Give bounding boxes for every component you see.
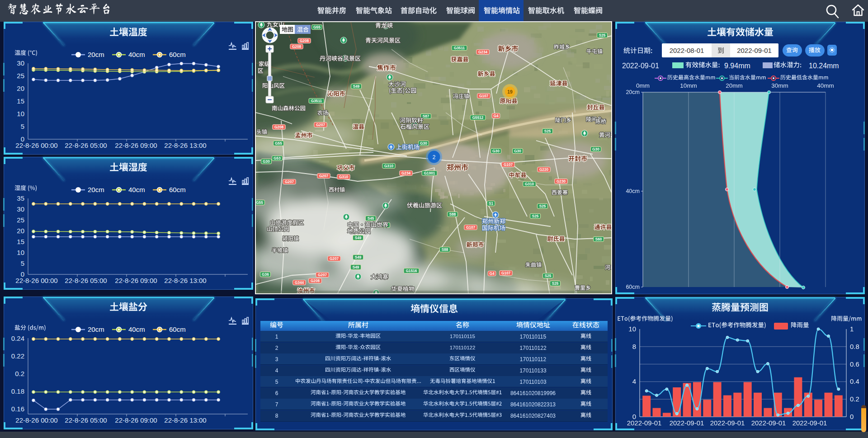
svg-text:22-8-26 00:00: 22-8-26 00:00 <box>15 141 57 149</box>
svg-text:G107: G107 <box>479 94 488 98</box>
svg-text:0.22: 0.22 <box>11 352 24 360</box>
svg-text:S25: S25 <box>539 204 546 208</box>
svg-text:G30: G30 <box>514 149 521 153</box>
svg-text:S88: S88 <box>449 212 456 217</box>
svg-text:G107: G107 <box>501 271 510 275</box>
svg-text:G230: G230 <box>557 179 566 184</box>
svg-text:G208: G208 <box>311 279 320 283</box>
svg-text:0: 0 <box>850 413 854 420</box>
svg-text:2022-09-01: 2022-09-01 <box>710 419 745 427</box>
svg-text:25: 25 <box>17 72 24 80</box>
svg-text:15: 15 <box>17 97 24 105</box>
svg-text:G53: G53 <box>274 156 281 160</box>
svg-text:S25: S25 <box>532 214 539 218</box>
svg-text:G208: G208 <box>300 39 309 43</box>
svg-text:0.24: 0.24 <box>11 334 24 342</box>
svg-text:8: 8 <box>632 343 636 350</box>
svg-text:S49: S49 <box>353 85 360 89</box>
svg-text:G4: G4 <box>490 272 495 276</box>
svg-text:G310: G310 <box>384 164 393 168</box>
svg-text:22-8-26 00:00: 22-8-26 00:00 <box>15 277 57 284</box>
svg-text:G234: G234 <box>478 50 487 54</box>
svg-text:G207: G207 <box>319 174 328 178</box>
svg-text:G207: G207 <box>318 273 327 277</box>
svg-text:S25: S25 <box>545 274 552 278</box>
svg-text:G30: G30 <box>492 149 500 153</box>
svg-text:10: 10 <box>628 325 636 333</box>
svg-text:S49: S49 <box>355 255 362 259</box>
svg-text:G107: G107 <box>504 163 513 167</box>
svg-text:22-8-26 09:00: 22-8-26 09:00 <box>115 416 157 424</box>
svg-text:2022-09-01: 2022-09-01 <box>670 419 704 427</box>
svg-text:0.16: 0.16 <box>11 405 24 413</box>
svg-text:40mm: 40mm <box>817 82 834 89</box>
svg-text:G207: G207 <box>285 180 294 184</box>
svg-text:20cm: 20cm <box>626 89 640 95</box>
svg-text:G234: G234 <box>401 171 410 175</box>
svg-text:4: 4 <box>632 377 636 385</box>
svg-text:G207: G207 <box>316 123 325 127</box>
svg-text:30mm: 30mm <box>771 82 788 89</box>
svg-text:G208: G208 <box>292 45 301 49</box>
svg-text:G4: G4 <box>494 114 499 118</box>
svg-text:0.4: 0.4 <box>850 377 859 385</box>
svg-text:G344: G344 <box>295 281 304 285</box>
svg-text:0.18: 0.18 <box>11 387 24 395</box>
svg-text:S45: S45 <box>368 217 374 221</box>
svg-text:G55: G55 <box>313 25 321 29</box>
svg-text:S25: S25 <box>544 129 551 133</box>
svg-text:22-8-26 05:00: 22-8-26 05:00 <box>65 277 107 284</box>
svg-text:S88: S88 <box>442 248 448 252</box>
svg-text:19: 19 <box>507 89 513 94</box>
svg-text:G1516: G1516 <box>406 269 417 273</box>
svg-text:10: 10 <box>17 110 24 118</box>
svg-text:G30: G30 <box>592 147 599 151</box>
svg-text:5: 5 <box>21 259 24 267</box>
svg-text:30: 30 <box>17 59 24 67</box>
svg-text:20: 20 <box>17 227 24 235</box>
svg-text:S87: S87 <box>423 114 429 118</box>
svg-text:S49: S49 <box>353 265 359 269</box>
svg-text:G36: G36 <box>262 273 269 277</box>
svg-text:S60: S60 <box>595 237 602 241</box>
svg-text:G30: G30 <box>420 141 427 146</box>
svg-text:G310: G310 <box>525 182 534 186</box>
svg-text:2022-09-01: 2022-09-01 <box>751 419 786 427</box>
svg-text:35: 35 <box>17 194 24 202</box>
svg-text:2: 2 <box>433 154 436 160</box>
svg-text:30: 30 <box>17 205 24 213</box>
svg-text:5: 5 <box>21 122 24 130</box>
svg-text:22-8-26 09:00: 22-8-26 09:00 <box>115 277 157 284</box>
svg-text:60cm: 60cm <box>626 284 640 290</box>
svg-text:20: 20 <box>17 85 24 92</box>
svg-text:40cm: 40cm <box>626 188 640 194</box>
svg-text:22-8-26 13:00: 22-8-26 13:00 <box>164 141 206 149</box>
svg-text:G30: G30 <box>263 160 270 164</box>
svg-text:G220: G220 <box>539 168 548 172</box>
svg-text:10mm: 10mm <box>680 82 697 89</box>
svg-text:0mm: 0mm <box>636 82 650 89</box>
svg-text:G208: G208 <box>274 125 283 129</box>
svg-text:0.2: 0.2 <box>850 395 859 403</box>
svg-text:22-8-26 13:00: 22-8-26 13:00 <box>164 277 206 284</box>
svg-text:G3511: G3511 <box>454 46 465 50</box>
svg-text:G310: G310 <box>339 175 348 179</box>
svg-text:G55: G55 <box>256 201 263 205</box>
svg-text:22-8-26 09:00: 22-8-26 09:00 <box>115 141 157 149</box>
svg-text:G5512: G5512 <box>472 116 484 120</box>
svg-text:G207: G207 <box>330 257 339 261</box>
svg-text:15: 15 <box>17 238 24 245</box>
svg-text:1: 1 <box>850 325 854 333</box>
svg-text:S1: S1 <box>489 202 493 206</box>
svg-text:0.6: 0.6 <box>850 360 859 368</box>
svg-text:S49: S49 <box>355 236 362 240</box>
svg-text:20mm: 20mm <box>726 82 743 89</box>
svg-text:10: 10 <box>17 249 24 256</box>
svg-text:G3511: G3511 <box>311 99 322 103</box>
svg-text:G1001: G1001 <box>424 171 435 175</box>
svg-text:25: 25 <box>17 216 24 224</box>
svg-text:22-8-26 00:00: 22-8-26 00:00 <box>15 416 57 424</box>
svg-text:22-8-26 05:00: 22-8-26 05:00 <box>65 141 107 149</box>
svg-text:S25: S25 <box>599 33 606 38</box>
svg-text:2022-09-01: 2022-09-01 <box>627 419 662 427</box>
